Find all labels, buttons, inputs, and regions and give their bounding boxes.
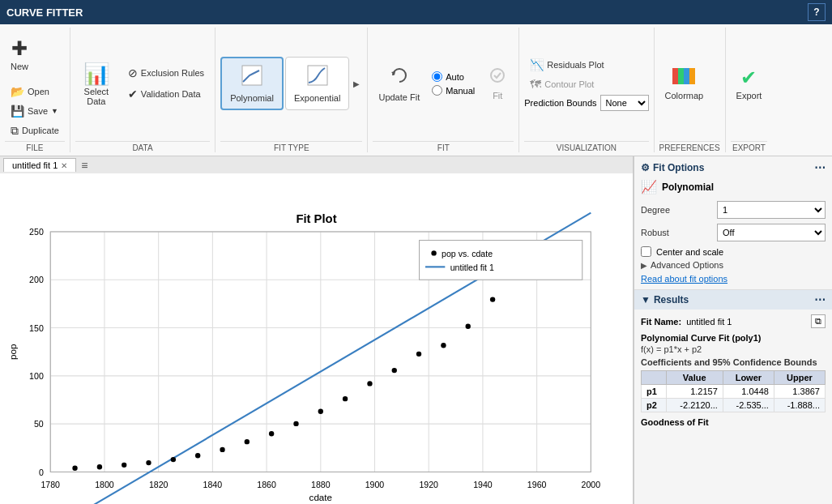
fit-group-items: Update Fit Auto Manual Fi [373, 28, 514, 139]
colormap-button[interactable]: Colormap [659, 57, 710, 110]
svg-rect-4 [672, 68, 678, 84]
exclusion-rules-button[interactable]: ⊘ Exclusion Rules [122, 64, 210, 82]
read-about-text[interactable]: Read about fit options [641, 274, 727, 284]
advanced-options-triangle-icon: ▶ [641, 261, 647, 270]
update-fit-icon [389, 65, 410, 91]
fit-button[interactable]: Fit [481, 57, 514, 110]
results-collapse-icon[interactable]: ▼ [641, 294, 651, 305]
coeff-col-header-name [642, 371, 667, 385]
right-panel: ⚙ Fit Options ⋯ 📈 Polynomial Degree 123 [634, 156, 832, 504]
file-group-row2: 💾 Save ▼ [5, 102, 65, 120]
results-title-row: ▼ Results [641, 294, 689, 305]
svg-text:1800: 1800 [95, 480, 114, 489]
svg-rect-45 [420, 241, 582, 280]
degree-row: Degree 123 [641, 201, 826, 219]
prediction-bounds-select[interactable]: None [600, 95, 649, 111]
svg-rect-7 [689, 68, 695, 84]
scatter-point [245, 439, 250, 444]
exponential-button[interactable]: Exponential [285, 57, 350, 110]
svg-text:150: 150 [29, 323, 44, 333]
new-icon: ✚ [11, 37, 28, 60]
center-scale-checkbox[interactable] [641, 246, 651, 257]
fit-options-icon: ⚙ [641, 162, 650, 173]
residuals-plot-button[interactable]: 📉 Residuals Plot [524, 56, 609, 74]
polynomial-icon [241, 64, 263, 92]
fit-options-title: Fit Options [653, 162, 704, 173]
copy-button[interactable]: ⧉ [811, 314, 826, 328]
fit-options-overflow-icon[interactable]: ⋯ [814, 161, 826, 174]
svg-rect-5 [678, 68, 684, 84]
svg-text:250: 250 [29, 227, 44, 237]
select-data-button[interactable]: 📊 Select Data [75, 57, 117, 110]
results-header: ▼ Results ⋯ [634, 290, 832, 310]
poly-title-row: 📈 Polynomial [641, 179, 826, 194]
visualization-group: 📉 Residuals Plot 🗺 Contour Plot Predicti… [519, 28, 654, 152]
fit-tab[interactable]: untitled fit 1 ✕ [3, 158, 76, 172]
scatter-point [318, 409, 323, 414]
degree-select[interactable]: 123 [717, 201, 826, 219]
coeff-p1-upper: 1.3867 [774, 385, 825, 399]
robust-label: Robust [641, 228, 714, 237]
export-group: ✔ Export EXPORT [726, 28, 773, 152]
svg-text:1840: 1840 [203, 480, 223, 489]
svg-point-3 [491, 69, 504, 82]
scatter-point [269, 431, 274, 436]
new-button[interactable]: ✚ New [5, 28, 34, 81]
help-button[interactable]: ? [808, 3, 826, 21]
svg-text:0: 0 [39, 468, 44, 477]
fit-name-row: Fit Name: untitled fit 1 ⧉ [641, 314, 826, 328]
plot-area: untitled fit 1 ✕ ≡ Fit Plot [0, 156, 634, 504]
polynomial-button[interactable]: Polynomial [220, 57, 284, 110]
auto-radio[interactable]: Auto [432, 71, 475, 82]
scatter-point [466, 324, 471, 329]
manual-radio[interactable]: Manual [432, 85, 475, 96]
coeff-p2-value: -2.2120... [666, 399, 723, 412]
main-layout: untitled fit 1 ✕ ≡ Fit Plot [0, 156, 832, 504]
save-dropdown-icon: ▼ [51, 107, 58, 115]
svg-point-46 [431, 250, 436, 255]
degree-label: Degree [641, 205, 714, 215]
validation-data-button[interactable]: ✔ Validation Data [122, 85, 210, 103]
svg-text:1860: 1860 [257, 480, 276, 489]
results-title: Results [654, 294, 689, 305]
data-sub-buttons: ⊘ Exclusion Rules ✔ Validation Data [122, 64, 210, 103]
fit-options-header: ⚙ Fit Options ⋯ [641, 161, 826, 174]
fit-type-more-button[interactable]: ▶ [351, 57, 362, 110]
coeff-p2-upper: -1.888... [774, 399, 825, 412]
coeff-row-p2: p2 -2.2120... -2.535... -1.888... [642, 399, 826, 412]
file-group-label: FILE [5, 141, 65, 152]
save-button[interactable]: 💾 Save ▼ [5, 102, 64, 120]
advanced-options-label: Advanced Options [651, 260, 723, 270]
exclusion-rules-icon: ⊘ [128, 66, 138, 79]
curve-fit-label: Polynomial Curve Fit (poly1) [641, 333, 826, 343]
svg-text:200: 200 [29, 275, 44, 284]
svg-text:1780: 1780 [41, 480, 60, 489]
data-group-label: DATA [75, 141, 210, 152]
contour-plot-icon: 🗺 [530, 78, 541, 91]
advanced-options-row[interactable]: ▶ Advanced Options [641, 260, 826, 270]
update-fit-button[interactable]: Update Fit [373, 57, 425, 110]
tab-overflow-button[interactable]: ≡ [81, 159, 87, 172]
validation-data-icon: ✔ [128, 88, 138, 100]
residuals-plot-icon: 📉 [530, 58, 544, 71]
fit-options-title-row: ⚙ Fit Options [641, 162, 704, 173]
tab-close-button[interactable]: ✕ [61, 161, 67, 170]
robust-select[interactable]: OffLARBisquare [717, 224, 826, 241]
open-button[interactable]: 📂 Open [5, 83, 55, 100]
duplicate-button[interactable]: ⧉ Duplicate [5, 122, 65, 139]
chart-title: Fit Plot [296, 212, 336, 225]
fit-name-value: untitled fit 1 [686, 317, 732, 327]
file-group-items: ✚ New 📂 Open 💾 Save [5, 28, 65, 139]
read-about-link[interactable]: Read about fit options [641, 273, 826, 284]
contour-plot-button[interactable]: 🗺 Contour Plot [524, 75, 599, 93]
results-overflow-icon[interactable]: ⋯ [814, 293, 826, 306]
file-group-row1: 📂 Open [5, 83, 65, 100]
visualization-group-label: VISUALIZATION [524, 141, 648, 152]
svg-text:1900: 1900 [365, 480, 385, 489]
fit-plot-chart: Fit Plot [3, 177, 629, 504]
export-button[interactable]: ✔ Export [731, 57, 768, 110]
coeff-col-header-value: Value [666, 371, 723, 385]
data-group-items: 📊 Select Data ⊘ Exclusion Rules ✔ Valida… [75, 28, 210, 139]
fit-group: Update Fit Auto Manual Fi [368, 28, 519, 152]
svg-rect-6 [684, 68, 689, 84]
